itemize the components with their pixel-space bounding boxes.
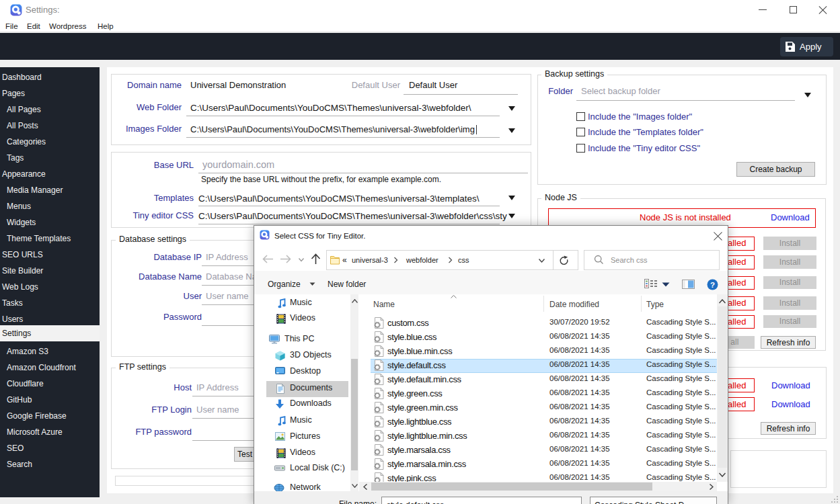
svg-text:?: ? [710,281,715,289]
